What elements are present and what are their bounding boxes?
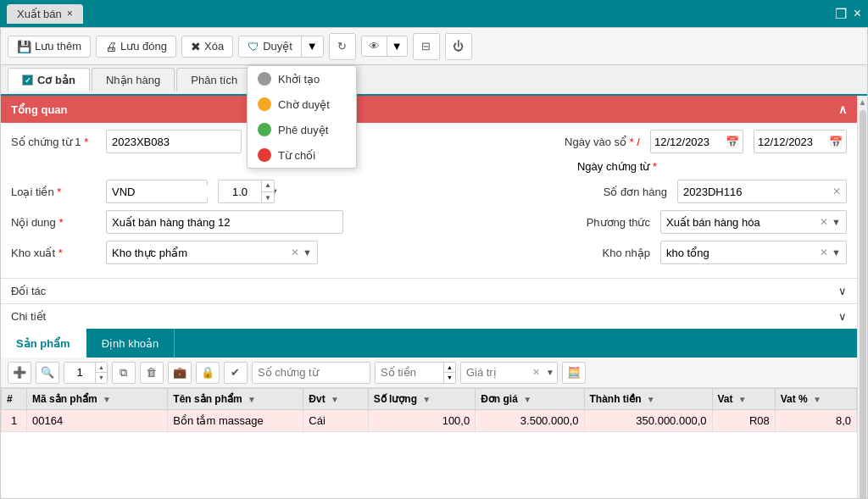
so-don-hang-field[interactable] xyxy=(682,186,831,198)
so-tien-down[interactable]: ▼ xyxy=(444,373,455,383)
scrollbar[interactable]: ▲ ▼ xyxy=(857,96,867,499)
ngay-vao-so-field-1[interactable] xyxy=(654,136,722,148)
phuong-thuc-field[interactable] xyxy=(665,216,818,229)
delete-row-button[interactable]: 🗑 xyxy=(140,362,164,384)
close-window-button[interactable]: × xyxy=(854,6,861,21)
phuong-thuc-input[interactable]: ✕ ▼ xyxy=(660,210,847,234)
ty-gia-up[interactable]: ▲ xyxy=(262,180,274,191)
luu-them-button[interactable]: 💾 Lưu thêm xyxy=(8,36,91,58)
filter-vat-icon[interactable]: ▼ xyxy=(738,395,747,404)
filter-don-gia-icon[interactable]: ▼ xyxy=(523,395,531,404)
quantity-field[interactable] xyxy=(64,363,95,383)
kho-nhap-field[interactable] xyxy=(665,247,818,259)
window-tab[interactable]: Xuất bán × xyxy=(7,4,83,24)
so-chung-tu-grid-input[interactable] xyxy=(252,362,370,384)
phuong-thuc-clear[interactable]: ✕ xyxy=(818,216,830,228)
main-tab-bar: ✓ Cơ bản Nhận hàng Phân tích Xuất kh... xyxy=(1,65,867,96)
kho-xuat-input[interactable]: ✕ ▼ xyxy=(106,241,318,264)
filter-ma-sp-icon[interactable]: ▼ xyxy=(103,395,111,404)
restore-button[interactable]: ❐ xyxy=(835,6,847,22)
kho-nhap-clear[interactable]: ✕ xyxy=(818,247,830,258)
loai-tien-input[interactable]: ✕ ▼ xyxy=(106,180,208,203)
ngay-vao-so-field-2[interactable] xyxy=(758,136,826,148)
add-row-button[interactable]: ➕ xyxy=(8,362,31,384)
calculator-button[interactable]: 🧮 xyxy=(562,362,586,384)
briefcase-icon: 💼 xyxy=(173,366,186,379)
ty-gia-spinner[interactable]: ▲ ▼ xyxy=(218,180,275,203)
tab-nhan-hang[interactable]: Nhận hàng xyxy=(92,68,175,91)
dropdown-label-khoi-tao: Khởi tạo xyxy=(278,73,320,86)
kho-nhap-input[interactable]: ✕ ▼ xyxy=(660,241,847,264)
so-chung-tu-input[interactable] xyxy=(106,130,242,153)
dropdown-item-phe-duyet[interactable]: Phê duyệt xyxy=(248,117,356,142)
search-row-button[interactable]: 🔍 xyxy=(36,362,59,384)
tab-co-ban[interactable]: ✓ Cơ bản xyxy=(8,68,90,91)
ngay-vao-so-input-2[interactable]: 📅 xyxy=(754,130,847,153)
ngay-vao-so-input-1[interactable]: 📅 xyxy=(650,130,743,153)
scroll-thumb[interactable] xyxy=(860,110,866,499)
dropdown-item-tu-choi[interactable]: Từ chối xyxy=(248,142,356,168)
calendar-icon-1[interactable]: 📅 xyxy=(726,136,739,148)
luu-dong-button[interactable]: 🖨 Lưu đóng xyxy=(96,36,176,58)
ty-gia-down[interactable]: ▼ xyxy=(262,192,274,203)
power-button[interactable]: ⏻ xyxy=(445,33,472,60)
quantity-spinner[interactable]: ▲ ▼ xyxy=(64,362,108,384)
gia-tri-dropdown[interactable]: ▼ xyxy=(543,368,557,377)
tong-quan-collapse-icon[interactable]: ∧ xyxy=(838,103,847,116)
eye-group: 👁 ▼ xyxy=(361,36,408,57)
status-dot-green xyxy=(258,123,271,136)
gia-tri-clear[interactable]: ✕ xyxy=(529,367,543,378)
doi-tac-row[interactable]: Đối tác ∨ xyxy=(1,278,857,303)
noi-dung-label: Nội dung * xyxy=(11,216,96,229)
dropdown-item-cho-duyet[interactable]: Chờ duyệt xyxy=(248,91,356,117)
qty-up-icon[interactable]: ▲ xyxy=(96,363,107,374)
filter-ten-sp-icon[interactable]: ▼ xyxy=(248,395,256,404)
ty-gia-field[interactable] xyxy=(219,186,261,198)
print-button[interactable]: ⊟ xyxy=(413,33,440,60)
kho-xuat-field[interactable] xyxy=(110,247,289,259)
refresh-button[interactable]: ↻ xyxy=(329,33,356,60)
duyet-label: Duyệt xyxy=(263,40,292,53)
so-chung-tu-label: Số chứng từ 1 * xyxy=(11,136,96,148)
content-area: Tổng quan ∧ Số chứng từ 1 * Ngày vào sổ … xyxy=(1,96,867,499)
refresh-icon: ↻ xyxy=(337,40,347,53)
qty-down-icon[interactable]: ▼ xyxy=(96,373,107,383)
so-tien-up[interactable]: ▲ xyxy=(444,363,455,374)
check-button[interactable]: ✔ xyxy=(224,362,248,384)
kho-nhap-dropdown[interactable]: ▼ xyxy=(830,247,843,258)
copy-row-button[interactable]: ⧉ xyxy=(112,362,136,384)
filter-dvt-icon[interactable]: ▼ xyxy=(331,395,339,404)
so-don-hang-clear[interactable]: ✕ xyxy=(831,186,843,197)
duyet-group: 🛡 Duyệt ▼ xyxy=(238,36,324,58)
xoa-button[interactable]: ✖ Xóa xyxy=(181,36,233,58)
duyet-dropdown-arrow[interactable]: ▼ xyxy=(302,36,323,57)
tab-phan-tich[interactable]: Phân tích xyxy=(176,68,252,91)
delete-icon: ✖ xyxy=(191,40,201,53)
phuong-thuc-dropdown[interactable]: ▼ xyxy=(830,217,843,227)
window-tab-close[interactable]: × xyxy=(67,8,73,19)
table-row[interactable]: 100164Bồn tắm massageCái100,03.500.000,0… xyxy=(2,410,857,432)
eye-dropdown-arrow[interactable]: ▼ xyxy=(387,36,407,56)
tab-dinh-khoan[interactable]: Định khoản xyxy=(86,329,175,358)
tab-san-pham[interactable]: Sản phẩm xyxy=(1,329,86,358)
so-tien-grid-input[interactable] xyxy=(376,363,443,383)
chi-tiet-row[interactable]: Chi tiết ∨ xyxy=(1,303,857,329)
kho-nhap-label: Kho nhập xyxy=(603,247,650,259)
filter-thanh-tien-icon[interactable]: ▼ xyxy=(647,395,655,404)
briefcase-button[interactable]: 💼 xyxy=(168,362,192,384)
duyet-button[interactable]: 🛡 Duyệt xyxy=(239,36,302,57)
so-don-hang-input[interactable]: ✕ xyxy=(677,180,847,203)
eye-button[interactable]: 👁 xyxy=(362,36,387,56)
kho-xuat-clear[interactable]: ✕ xyxy=(289,247,301,258)
noi-dung-input[interactable] xyxy=(106,210,343,234)
calendar-icon-2[interactable]: 📅 xyxy=(829,136,843,148)
tab-checkbox-co-ban: ✓ xyxy=(22,75,33,86)
scroll-up-arrow[interactable]: ▲ xyxy=(859,96,867,108)
filter-vat-pct-icon[interactable]: ▼ xyxy=(813,395,821,404)
lock-button[interactable]: 🔒 xyxy=(196,362,220,384)
gia-tri-grid-input[interactable] xyxy=(461,363,529,383)
so-don-hang-label: Số đơn hàng xyxy=(604,186,667,198)
dropdown-item-khoi-tao[interactable]: Khởi tạo xyxy=(248,66,356,91)
filter-so-luong-icon[interactable]: ▼ xyxy=(422,395,431,404)
kho-xuat-dropdown[interactable]: ▼ xyxy=(301,247,314,258)
